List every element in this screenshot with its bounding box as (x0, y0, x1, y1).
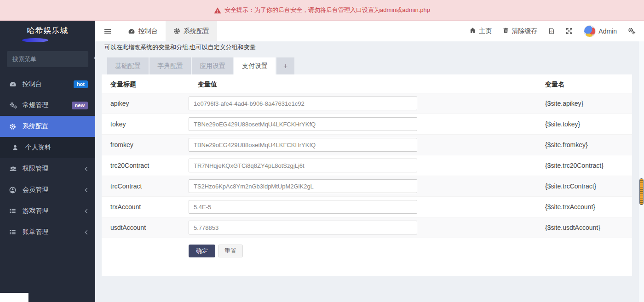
topnav-tab-console[interactable]: 控制台 (120, 21, 166, 41)
table-row: trcContract{$site.trcContract} (102, 176, 632, 197)
variable-title: apikey (110, 100, 189, 107)
variable-value-input[interactable] (189, 117, 417, 131)
variable-name: {$site.trcContract} (545, 182, 623, 190)
variable-value-input[interactable] (189, 159, 417, 172)
sidebar-menu: 控制台hot常规管理new系统配置个人资料权限管理会员管理游戏管理账单管理 (0, 74, 95, 243)
page-intro: 可以在此增改系统的变量和分组,也可以自定义分组和变量 (104, 43, 644, 52)
chevron-left-icon (85, 166, 88, 171)
table-row: trxAccount{$site.trxAccount} (102, 197, 632, 217)
column-header-name: 变量名 (545, 80, 623, 89)
variable-title: tokey (110, 120, 189, 128)
add-tab-button[interactable]: + (276, 57, 294, 74)
user-menu[interactable]: Admin (584, 25, 617, 37)
main-content: 可以在此增改系统的变量和分组,也可以自定义分组和变量 基础配置字典配置应用设置支… (95, 41, 644, 302)
hot-badge: hot (74, 80, 88, 88)
sidebar: 哈希娱乐城 控制台hot常规管理new系统配置个人资料权限管理会员管理游戏管理账… (0, 21, 95, 302)
variable-value-input[interactable] (189, 97, 417, 110)
topnav-right: 主页 清除缓存 中 Admin (469, 25, 644, 37)
username: Admin (598, 28, 617, 35)
user-icon (12, 144, 21, 151)
variable-title: usdtAccount (110, 224, 189, 231)
variable-name: {$site.usdtAccount} (545, 224, 623, 231)
column-header-title: 变量标题 (110, 80, 189, 89)
config-tab[interactable]: 字典配置 (150, 57, 191, 74)
clear-cache-label: 清除缓存 (512, 27, 537, 35)
sidebar-item-console[interactable]: 控制台hot (0, 74, 95, 95)
scrollbar-thumb[interactable] (639, 178, 644, 205)
sidebar-item-member[interactable]: 会员管理 (0, 179, 95, 200)
topnav: 控制台系统配置 主页 清除缓存 中 Admin (95, 21, 644, 41)
config-panel: 变量标题 变量值 变量名 apikey{$site.apikey}tokey{$… (102, 74, 632, 276)
variable-name: {$site.trc20Contract} (545, 162, 623, 169)
config-tabs: 基础配置字典配置应用设置支付设置+ (107, 57, 644, 74)
scrollbar-track[interactable] (639, 41, 644, 302)
cogs-icon (9, 102, 18, 109)
variable-value-input[interactable] (189, 200, 417, 214)
sidebar-item-label: 权限管理 (23, 165, 48, 173)
sidebar-item-bill[interactable]: 账单管理 (0, 222, 95, 243)
new-badge: new (72, 102, 88, 109)
topnav-tab-label: 系统配置 (184, 27, 209, 35)
gear-icon (173, 28, 180, 34)
topnav-tab-config[interactable]: 系统配置 (166, 21, 217, 41)
variable-title: trc20Contract (110, 162, 189, 169)
table-body: apikey{$site.apikey}tokey{$site.tokey}fr… (102, 93, 632, 238)
security-banner: 安全提示：为了你的后台安全，请勿将后台管理入口设置为admin或admin.ph… (0, 0, 644, 21)
sidebar-item-label: 游戏管理 (23, 207, 48, 215)
topnav-tab-label: 控制台 (138, 27, 158, 35)
variable-name: {$site.apikey} (545, 100, 623, 107)
confirm-button[interactable]: 确定 (189, 245, 215, 257)
sidebar-item-game[interactable]: 游戏管理 (0, 200, 95, 222)
sidebar-item-general[interactable]: 常规管理new (0, 95, 95, 116)
variable-value-input[interactable] (189, 138, 417, 152)
variable-name: {$site.trxAccount} (545, 203, 623, 211)
variable-title: trxAccount (110, 203, 189, 211)
config-tab[interactable]: 应用设置 (192, 57, 233, 74)
sidebar-item-label: 系统配置 (23, 122, 48, 131)
fullscreen-icon[interactable] (566, 28, 573, 34)
trash-icon (503, 27, 509, 35)
home-button[interactable]: 主页 (469, 27, 492, 35)
sidebar-item-auth[interactable]: 权限管理 (0, 158, 95, 179)
chevron-left-icon (85, 188, 88, 193)
variable-name: {$site.tokey} (545, 120, 623, 128)
table-row: usdtAccount{$site.usdtAccount} (102, 217, 632, 238)
settings-gears-icon[interactable] (628, 28, 636, 34)
language-icon[interactable]: 中 (548, 28, 555, 34)
variable-title: trcContract (110, 182, 189, 190)
sidebar-item-label: 个人资料 (25, 143, 51, 152)
sidebar-bottom-box (0, 293, 29, 302)
user-avatar-partial (22, 38, 48, 42)
sidebar-item-profile[interactable]: 个人资料 (0, 137, 95, 158)
warning-icon (214, 7, 221, 14)
users-icon (9, 165, 18, 172)
sidebar-item-config[interactable]: 系统配置 (0, 116, 95, 137)
security-banner-text: 安全提示：为了你的后台安全，请勿将后台管理入口设置为admin或admin.ph… (224, 6, 430, 14)
table-row: tokey{$site.tokey} (102, 114, 632, 135)
table-row: trc20Contract{$site.trc20Contract} (102, 155, 632, 176)
sidebar-item-label: 账单管理 (23, 228, 48, 236)
dashboard-icon (9, 81, 18, 87)
variable-value-input[interactable] (189, 221, 417, 234)
search-input[interactable] (12, 56, 93, 63)
clear-cache-button[interactable]: 清除缓存 (503, 27, 537, 35)
topnav-tabs: 控制台系统配置 (120, 21, 217, 41)
chevron-left-icon (85, 230, 88, 235)
app-logo[interactable]: 哈希娱乐城 (0, 21, 95, 40)
sidebar-item-label: 会员管理 (23, 186, 48, 194)
user-avatar[interactable] (584, 25, 596, 37)
config-tab[interactable]: 支付设置 (234, 57, 276, 74)
sidebar-search[interactable] (7, 51, 88, 67)
list-icon (9, 229, 18, 235)
variable-value-input[interactable] (189, 179, 417, 193)
column-header-value: 变量值 (189, 80, 545, 89)
list-icon (9, 208, 18, 214)
dashboard-icon (128, 28, 135, 34)
variable-name: {$site.fromkey} (545, 141, 623, 148)
reset-button[interactable]: 重置 (218, 245, 243, 257)
table-row: apikey{$site.apikey} (102, 93, 632, 114)
form-actions: 确定 重置 (189, 245, 632, 257)
config-tab[interactable]: 基础配置 (107, 57, 149, 74)
svg-text:中: 中 (550, 30, 553, 33)
hamburger-icon[interactable] (95, 28, 120, 35)
